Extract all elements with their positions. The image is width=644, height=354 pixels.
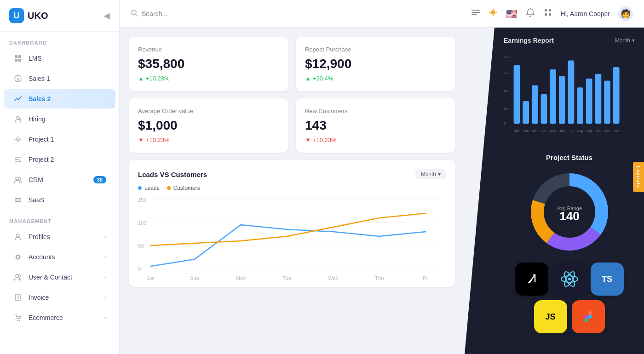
- sidebar-item-label-project2: Project 2: [29, 156, 106, 163]
- project2-icon: [13, 154, 23, 165]
- avg-order-card: Average Order value $1,000 ▼ +10.23%: [129, 98, 288, 153]
- main-area: 🇺🇸 Hi, Aaron Cooper 🧑 Revenue $35,800 ▲: [120, 0, 644, 354]
- sidebar-item-hiring[interactable]: Hiring: [4, 109, 115, 129]
- user-contact-icon: [13, 272, 23, 282]
- sidebar-item-label-profiles: Profiles: [29, 233, 99, 240]
- svg-point-16: [16, 274, 18, 277]
- profiles-icon: [13, 232, 23, 242]
- search-input[interactable]: [142, 10, 234, 17]
- svg-point-8: [17, 138, 19, 141]
- svg-rect-61: [541, 94, 547, 124]
- sidebar-item-label-ecommerce: Ecommerce: [29, 314, 99, 321]
- svg-text:15k: 15k: [504, 55, 510, 59]
- earnings-period-button[interactable]: Month ▾: [615, 37, 635, 44]
- hiring-icon: [13, 114, 23, 124]
- sidebar-item-project1[interactable]: Project 1: [4, 130, 115, 149]
- invoice-chevron: ›: [104, 294, 106, 301]
- svg-rect-64: [568, 60, 575, 124]
- sidebar-item-label-accounts: Accounts: [29, 253, 99, 261]
- svg-rect-36: [545, 13, 547, 16]
- sidebar-item-saas[interactable]: SaaS: [4, 190, 115, 210]
- svg-rect-59: [523, 101, 529, 124]
- svg-rect-95: [588, 311, 592, 315]
- sidebar-item-lms[interactable]: LMS: [4, 49, 115, 68]
- sidebar-collapse-button[interactable]: ◀: [104, 11, 110, 21]
- svg-text:Nov: Nov: [604, 129, 610, 132]
- up-arrow-icon: ▲: [138, 75, 144, 82]
- sidebar-item-label-lms: LMS: [29, 55, 106, 62]
- logo-icon: U: [9, 8, 24, 23]
- repeat-purchase-label: Repeat Purchase: [305, 46, 446, 53]
- svg-rect-66: [586, 79, 592, 124]
- sidebar-item-sales1[interactable]: $ Sales 1: [4, 69, 115, 88]
- svg-rect-37: [549, 13, 551, 16]
- crm-icon: [13, 175, 23, 185]
- svg-rect-58: [514, 65, 520, 124]
- svg-rect-97: [585, 319, 588, 322]
- sidebar-item-label-project1: Project 1: [29, 136, 106, 143]
- new-customers-change: ▼ +10.23%: [305, 137, 446, 143]
- svg-point-98: [588, 315, 592, 319]
- repeat-purchase-change: ▲ +20.4%: [305, 75, 446, 82]
- svg-rect-69: [613, 67, 620, 124]
- sidebar-item-sales2[interactable]: Sales 2: [4, 89, 115, 108]
- donut-chart: Avg Range 140: [504, 171, 635, 253]
- sidebar-item-ecommerce[interactable]: Ecommerce ›: [4, 308, 115, 327]
- up-arrow-icon2: ▲: [305, 75, 311, 82]
- svg-text:Jul: Jul: [569, 129, 573, 132]
- nextjs-logo: [515, 263, 548, 296]
- revenue-change: ▲ +10.23%: [138, 75, 279, 82]
- svg-text:Sun: Sun: [190, 276, 199, 281]
- sidebar-item-accounts[interactable]: Accounts ›: [4, 247, 115, 267]
- svg-rect-2: [15, 59, 17, 62]
- project-status-card: Project Status: [504, 154, 635, 253]
- language-flag[interactable]: 🇺🇸: [506, 8, 518, 19]
- svg-rect-68: [604, 81, 610, 124]
- svg-text:Sep: Sep: [586, 129, 592, 133]
- user-contact-chevron: ›: [104, 274, 106, 280]
- sidebar-item-crm[interactable]: CRM 30: [4, 170, 115, 189]
- revenue-value: $35,800: [138, 57, 279, 71]
- react-logo: [553, 263, 586, 296]
- user-avatar: 🧑: [618, 6, 633, 21]
- notification-icon[interactable]: [526, 8, 535, 19]
- theme-icon[interactable]: [489, 8, 498, 19]
- repeat-purchase-card: Repeat Purchase $12,900 ▲ +20.4%: [296, 37, 455, 91]
- layouts-tab[interactable]: Layouts: [633, 162, 644, 192]
- sidebar-item-project2[interactable]: Project 2: [4, 150, 115, 169]
- sidebar-item-label-sales2: Sales 2: [29, 95, 106, 103]
- sidebar-item-profiles[interactable]: Profiles ›: [4, 227, 115, 246]
- svg-text:Apr: Apr: [541, 129, 546, 133]
- new-customers-value: 143: [305, 118, 446, 133]
- svg-text:Thu: Thu: [375, 276, 384, 281]
- leads-customers-card: Leads VS Customers Month ▾ Leads Custome…: [129, 160, 455, 287]
- svg-text:$: $: [17, 77, 19, 81]
- svg-text:Wed: Wed: [328, 276, 339, 281]
- customers-dot: [167, 186, 171, 190]
- sidebar-item-user-contact[interactable]: User & Contact ›: [4, 268, 115, 287]
- down-arrow-icon2: ▼: [305, 137, 311, 143]
- svg-rect-11: [15, 198, 21, 199]
- sidebar-item-label-crm: CRM: [29, 176, 88, 183]
- earnings-bar-chart: 15k 11k 8k 4k 0: [504, 51, 635, 143]
- legend-leads: Leads: [138, 185, 160, 191]
- menu-icon[interactable]: [471, 8, 480, 19]
- leads-period-button[interactable]: Month ▾: [415, 169, 446, 179]
- svg-rect-12: [15, 200, 21, 200]
- svg-rect-34: [545, 9, 547, 11]
- leads-dot: [138, 186, 142, 190]
- username-label: Hi, Aaron Cooper: [561, 10, 610, 17]
- revenue-label: Revenue: [138, 46, 279, 53]
- sidebar-item-label-saas: SaaS: [29, 196, 106, 204]
- revenue-card: Revenue $35,800 ▲ +10.23%: [129, 37, 288, 91]
- accounts-icon: [13, 252, 23, 262]
- lms-icon: [13, 53, 23, 63]
- sidebar-item-invoice[interactable]: Invoice ›: [4, 288, 115, 307]
- svg-point-93: [568, 278, 571, 280]
- earnings-report-card: Earnings Report Month ▾ 15k 11k 8k 4k 0: [504, 37, 635, 144]
- ecommerce-chevron: ›: [104, 314, 106, 321]
- saas-icon: [13, 195, 23, 205]
- apps-icon[interactable]: [543, 8, 552, 19]
- svg-text:Mar: Mar: [532, 129, 538, 132]
- logo: U UKO: [9, 8, 48, 23]
